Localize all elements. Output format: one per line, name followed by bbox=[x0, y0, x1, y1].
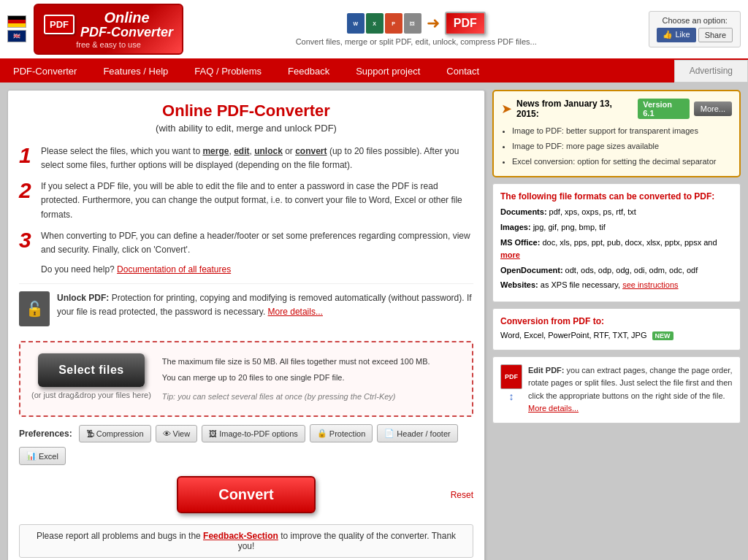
unlock-section: 🔓 Unlock PDF: Protection for printing, c… bbox=[19, 283, 473, 334]
news-more-button[interactable]: More... bbox=[694, 101, 732, 116]
news-item-3: Excel conversion: option for setting the… bbox=[512, 154, 732, 169]
step-2: 2 If you select a PDF file, you will be … bbox=[19, 180, 473, 222]
select-files-button[interactable]: Select files bbox=[38, 353, 145, 387]
step-3-text: When converting to PDF, you can define a… bbox=[41, 229, 473, 257]
pref-protection[interactable]: 🔒 Protection bbox=[310, 424, 373, 442]
header-footer-icon: 📄 bbox=[384, 429, 394, 438]
img-icon: 🖼 bbox=[404, 13, 421, 34]
edit-icon-area: PDF ↕ bbox=[500, 364, 522, 415]
news-arrow-icon: ➤ bbox=[501, 101, 512, 117]
drag-hint: (or just drag&drop your files here) bbox=[31, 391, 151, 399]
version-badge: Version 6.1 bbox=[638, 99, 690, 119]
flag-german[interactable] bbox=[7, 15, 26, 28]
edit-text: Edit PDF: you can extract pages, change … bbox=[528, 364, 733, 415]
conversion-box: Conversion from PDF to: Word, Excel, Pow… bbox=[492, 308, 741, 350]
new-badge: NEW bbox=[652, 331, 673, 340]
convert-button[interactable]: Convert bbox=[177, 476, 316, 513]
file-drop-area[interactable]: Select files (or just drag&drop your fil… bbox=[19, 341, 473, 417]
nav-support[interactable]: Support project bbox=[343, 60, 433, 83]
arrow-right-icon: ➜ bbox=[427, 14, 440, 33]
feedback-link[interactable]: Feedback-Section bbox=[203, 531, 278, 541]
step-1-num: 1 bbox=[19, 145, 35, 172]
edit-arrows-icon: ↕ bbox=[509, 391, 514, 402]
nav-contact[interactable]: Contact bbox=[433, 60, 492, 83]
format-msoffice: MS Office: doc, xls, pps, ppt, pub, docx… bbox=[500, 237, 733, 262]
pdf-icon-main: PDF bbox=[445, 12, 486, 35]
file-info: The maximum file size is 50 MB. All file… bbox=[162, 353, 430, 404]
nav-pdf-converter[interactable]: PDF-Converter bbox=[0, 60, 90, 83]
logo-box: PDF Online PDF-Converter free & easy to … bbox=[34, 4, 183, 55]
unlock-text: Unlock PDF: Protection for printing, cop… bbox=[57, 291, 473, 326]
pref-image-to-pdf[interactable]: 🖼 Image-to-PDF options bbox=[202, 425, 305, 442]
step-1: 1 Please select the files, which you wan… bbox=[19, 145, 473, 172]
conversion-title: Conversion from PDF to: bbox=[500, 316, 733, 326]
nav-feedback[interactable]: Feedback bbox=[275, 60, 343, 83]
news-box: ➤ News from January 13, 2015: Version 6.… bbox=[492, 90, 741, 178]
edit-more-link[interactable]: More details... bbox=[528, 404, 579, 413]
step-2-text: If you select a PDF file, you will be ab… bbox=[41, 180, 473, 222]
news-item-1: Image to PDF: better support for transpa… bbox=[512, 123, 732, 139]
step-1-text: Please select the files, which you want … bbox=[41, 145, 473, 172]
pref-compression[interactable]: 🗜 Compression bbox=[79, 425, 151, 442]
reset-link[interactable]: Reset bbox=[451, 490, 473, 500]
news-items: Image to PDF: better support for transpa… bbox=[501, 123, 732, 169]
help-text: Do you need help? Documentation of all f… bbox=[41, 264, 473, 275]
excel-pref-icon: 📊 bbox=[26, 451, 37, 461]
main-nav: PDF-Converter Features / Help FAQ / Prob… bbox=[0, 60, 674, 83]
compression-icon: 🗜 bbox=[86, 429, 94, 438]
conversion-text: Word, Excel, PowerPoint, RTF, TXT, JPG N… bbox=[500, 329, 733, 342]
nav-faq[interactable]: FAQ / Problems bbox=[181, 60, 275, 83]
like-button[interactable]: 👍 Like bbox=[657, 28, 695, 42]
social-box: Choose an option: 👍 Like Share bbox=[649, 11, 741, 47]
protection-icon: 🔒 bbox=[317, 429, 327, 438]
edit-pdf-box: PDF ↕ Edit PDF: you can extract pages, c… bbox=[492, 356, 741, 423]
format-opendoc: OpenDocument: odt, ods, odp, odg, odi, o… bbox=[500, 264, 733, 277]
file-tip: Tip: you can select several files at onc… bbox=[162, 388, 430, 404]
choose-label: Choose an option: bbox=[657, 16, 733, 25]
step-3-num: 3 bbox=[19, 229, 35, 257]
word-icon: W bbox=[347, 13, 365, 34]
convert-icons-area: W X P 🖼 ➜ PDF Convert files, merge or sp… bbox=[191, 12, 641, 46]
step-2-num: 2 bbox=[19, 180, 35, 222]
share-button[interactable]: Share bbox=[698, 28, 733, 42]
logo-subtitle: free & easy to use bbox=[44, 40, 173, 49]
select-btn-area: Select files (or just drag&drop your fil… bbox=[31, 353, 151, 399]
nav-features[interactable]: Features / Help bbox=[90, 60, 181, 83]
formats-title: The following file formats can be conver… bbox=[500, 191, 733, 202]
unlock-icon: 🔓 bbox=[19, 291, 50, 326]
image-to-pdf-icon: 🖼 bbox=[209, 429, 217, 438]
convert-area: Convert Reset bbox=[19, 476, 473, 513]
formats-box: The following file formats can be conver… bbox=[492, 183, 741, 302]
preferences-label: Preferences: bbox=[19, 429, 72, 439]
step-3: 3 When converting to PDF, you can define… bbox=[19, 229, 473, 257]
logo-title2: PDF-Converter bbox=[80, 26, 173, 40]
format-images: Images: jpg, gif, png, bmp, tif bbox=[500, 221, 733, 234]
see-instructions-link[interactable]: see instructions bbox=[622, 280, 678, 289]
logo-title: Online bbox=[80, 9, 173, 26]
feedback-bar: Please report all problems and bugs in t… bbox=[19, 524, 473, 558]
convert-description: Convert files, merge or split PDF, edit,… bbox=[296, 37, 537, 46]
msoffice-more-link[interactable]: more bbox=[500, 250, 520, 259]
main-title: Online PDF-Converter bbox=[19, 101, 473, 120]
pref-excel[interactable]: 📊 Excel bbox=[19, 447, 66, 465]
pdf-doc-icon: PDF bbox=[500, 364, 522, 389]
right-panel: ➤ News from January 13, 2015: Version 6.… bbox=[492, 90, 741, 560]
nav-advertising: Advertising bbox=[674, 60, 748, 83]
pdf-logo-label: PDF bbox=[44, 15, 75, 34]
pref-view[interactable]: 👁 View bbox=[156, 425, 198, 442]
ppt-icon: P bbox=[385, 13, 402, 34]
help-link[interactable]: Documentation of all features bbox=[117, 264, 231, 275]
news-title: News from January 13, 2015: bbox=[516, 99, 633, 119]
format-documents: Documents: pdf, xps, oxps, ps, rtf, txt bbox=[500, 206, 733, 219]
pref-header-footer[interactable]: 📄 Header / footer bbox=[377, 424, 457, 442]
view-icon: 👁 bbox=[163, 429, 171, 438]
left-panel: Online PDF-Converter (with ability to ed… bbox=[7, 90, 485, 560]
unlock-more-link[interactable]: More details... bbox=[268, 307, 323, 317]
news-item-2: Image to PDF: more page sizes available bbox=[512, 139, 732, 154]
main-subtitle: (with ability to edit, merge and unlock … bbox=[19, 123, 473, 134]
excel-icon: X bbox=[366, 13, 383, 34]
format-websites: Websites: as XPS file necessary, see ins… bbox=[500, 279, 733, 292]
preferences-bar: Preferences: 🗜 Compression 👁 View 🖼 Imag… bbox=[19, 424, 473, 465]
flag-uk[interactable]: 🇬🇧 bbox=[7, 30, 26, 42]
